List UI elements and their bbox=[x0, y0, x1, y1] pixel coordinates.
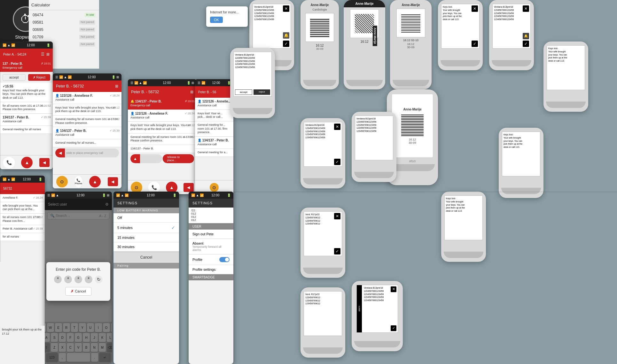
keys-badge-close[interactable]: ✕ bbox=[472, 5, 478, 12]
msg-3-2[interactable]: Keys lost! Your wife brought your keys. … bbox=[128, 122, 197, 133]
msg-2-2[interactable]: Keys lost! Your wife brought your keys. … bbox=[53, 104, 121, 116]
keys-badge-check[interactable]: ✓ bbox=[472, 41, 478, 47]
msg-4-4[interactable]: 👤 134/137 - Peter B. Assistance call bbox=[195, 137, 233, 149]
badge-close-1[interactable]: ✕ bbox=[283, 5, 289, 12]
settings-close[interactable]: ✕ bbox=[221, 207, 225, 212]
msg-4-1[interactable]: 👤 122/126 - Annelie... Assistance call bbox=[195, 98, 233, 110]
badge-accept-btn[interactable]: accept bbox=[235, 89, 252, 95]
lbw-5min[interactable]: 5 minutes ✓ bbox=[113, 223, 179, 233]
alarm-check[interactable]: ✓ bbox=[391, 325, 396, 331]
orange-button-4[interactable]: ⊙ bbox=[210, 183, 219, 192]
msg-item-1b[interactable]: for all nurses room 101 at 17:30. Please… bbox=[0, 102, 53, 114]
msg-4-5[interactable]: General meeting for a... bbox=[195, 149, 233, 157]
phone-button-1[interactable]: 📞 bbox=[3, 157, 15, 168]
pin-cancel-button[interactable]: ✗ Cancel bbox=[65, 287, 91, 296]
msg-b1-4[interactable]: Peter B. Assistance call ✓15:39 bbox=[0, 225, 45, 233]
dialog-title: Internet for more... bbox=[210, 10, 244, 14]
msg-2-4[interactable]: 👤 134/137 - Peter B. Assistance call ✓15… bbox=[53, 127, 121, 139]
pin-modal-overlay: Enter pin code for Peter B. * * * * ↻ ✗ … bbox=[45, 199, 112, 364]
lbw-off[interactable]: Off bbox=[113, 213, 179, 223]
verd-r17-badge-2: Verd. R17p/22123456789012123456789012123… bbox=[301, 287, 345, 358]
accept-button-1[interactable]: accept bbox=[3, 74, 26, 81]
calc-number-2[interactable]: 09581 Not paired bbox=[29, 19, 99, 26]
pin-dot-3: * bbox=[74, 276, 82, 283]
slide-btn-2[interactable]: ◀ bbox=[55, 148, 65, 157]
msg-item-1c[interactable]: 134/137 - Peter B. Assistance call ✓15:3… bbox=[0, 114, 53, 126]
msg-b1-5[interactable]: for all nurses bbox=[0, 233, 45, 241]
internet-dialog: Internet for more... OK bbox=[206, 6, 248, 27]
msg-2-1[interactable]: 👤 122/126 - Anneliese F. Assistance call… bbox=[53, 92, 121, 104]
settings-signout[interactable]: Sign out Pete bbox=[189, 230, 233, 239]
settings-user-section: USER bbox=[189, 224, 233, 230]
status-bar-b1: 📶 ▲ 📶 12:00 🔋 bbox=[0, 176, 45, 183]
emergency-msg-3[interactable]: 🔔 134/137 - Peter B. Emergency call ✗19:… bbox=[128, 98, 197, 110]
back-button-2[interactable]: ◀ bbox=[108, 177, 118, 186]
verdana-badge-3: Verdana B13pnt/1812345678901234561234567… bbox=[352, 112, 396, 182]
slide-bar-3a[interactable]: ▲ bbox=[130, 154, 162, 163]
emergency-msg-1[interactable]: 137 - Peter B. Emergency call ✗19:01 bbox=[0, 60, 53, 72]
bottom-bar-1: 📞 ▲ ◀ bbox=[0, 155, 53, 169]
settings-absent[interactable]: Absent Temporarily forward all alarms bbox=[189, 239, 233, 254]
status-bar-b2: ☰ 📶 ▲ 12:00 🔋 ⊞ bbox=[45, 192, 112, 199]
badge-time-4: 16:1230-09 bbox=[407, 42, 414, 49]
settings-menu[interactable]: ☰ bbox=[227, 207, 231, 212]
vb2-close[interactable]: ✕ bbox=[334, 124, 340, 130]
lbw-cancel-button[interactable]: Cancel bbox=[113, 252, 179, 263]
badge-bottom-14 bbox=[444, 252, 483, 258]
vb2-check[interactable]: ✓ bbox=[334, 159, 340, 165]
msg-4-2[interactable]: Keys lost! Your wi... pick... desk or ca… bbox=[195, 110, 233, 121]
settings-header-2: SETTINGS bbox=[189, 199, 233, 208]
back-button-3[interactable]: ◀ bbox=[184, 183, 194, 192]
msg-3-3[interactable]: General meeting for all nurses room 101 … bbox=[128, 133, 197, 145]
back-button-1[interactable]: ◀ bbox=[39, 158, 50, 167]
msg-b1-1[interactable]: Anneliese F. ✓18:24 bbox=[0, 194, 45, 202]
msg-3-4[interactable]: 134/137 - Peter B. bbox=[128, 145, 197, 153]
msg-4-3[interactable]: General meeting for... room 101 at 17:30… bbox=[195, 121, 233, 137]
badge-accept-reject: accept reject bbox=[235, 89, 270, 95]
badge-bell-1[interactable]: 🔔 bbox=[283, 32, 289, 39]
verd-r17-check[interactable]: ✓ bbox=[334, 248, 340, 254]
badge-check-1[interactable]: ✓ bbox=[283, 41, 289, 47]
atus-time: 16:1230-09 bbox=[409, 138, 416, 144]
alarm-close[interactable]: ✕ bbox=[391, 286, 396, 292]
msg-2-5[interactable]: General meeting for all nurses... bbox=[53, 139, 121, 147]
profile-toggle[interactable] bbox=[219, 257, 230, 262]
msg-2-3[interactable]: General meeting for all nurses room 101 … bbox=[53, 116, 121, 127]
calculator-header: Calculator bbox=[29, 0, 99, 10]
divider-v1 bbox=[0, 70, 1, 262]
msg-b1-2[interactable]: wife brought your keys. You can pick the… bbox=[0, 202, 45, 214]
pairing-section: Pairing bbox=[113, 263, 179, 269]
msg-item-1d[interactable]: General meeting for all nurses bbox=[0, 126, 53, 134]
verdana-badge-close[interactable]: ✕ bbox=[523, 5, 529, 12]
orange-button-2[interactable]: ⊙ bbox=[56, 176, 68, 187]
badge-bottom-8 bbox=[546, 102, 586, 108]
msg-3-1[interactable]: 👤 122/126 - Anneliese F. Assistance call… bbox=[128, 110, 197, 122]
reject-button-1[interactable]: ✗ Reject bbox=[28, 74, 51, 81]
calc-number-1[interactable]: 08474 In use bbox=[29, 11, 99, 19]
ok-button[interactable]: OK bbox=[210, 17, 223, 23]
verd-r17-screen-2: Verd. R17p/22123456789012123456789012123… bbox=[304, 291, 342, 336]
emergency-button-2[interactable]: ▲ bbox=[89, 176, 101, 187]
verdana-badge-screen-1: ✕ ✓ 🔔 Verdana B13pnt/1812345678901234561… bbox=[492, 4, 531, 49]
calc-number-4[interactable]: 01709 Not paired bbox=[29, 34, 99, 41]
badge-bottom-10 bbox=[303, 268, 343, 274]
settings-profile[interactable]: Profile bbox=[189, 254, 233, 265]
emergency-button-1[interactable]: ▲ bbox=[21, 157, 33, 168]
slide-bar-3b[interactable]: release to place... bbox=[163, 154, 194, 163]
msg-b1-3[interactable]: for all nurses room 101 17:30. Please co… bbox=[0, 214, 45, 225]
slide-bar-2[interactable]: ◀ slide to place emergency call bbox=[55, 148, 119, 157]
verdana-badge-check[interactable]: ✓ bbox=[523, 41, 529, 47]
badge-date-1: 30-09 bbox=[316, 47, 323, 50]
verdana-badge-bell[interactable]: 🔔 bbox=[523, 33, 529, 39]
badge-reject-btn[interactable]: reject bbox=[254, 89, 270, 95]
msg-item-1a[interactable]: ✓15:55 Keys lost! Your wife brought your… bbox=[0, 83, 53, 102]
calc-number-3[interactable]: 00695 Not paired bbox=[29, 26, 99, 34]
keys-badge-bottom: Keys lost-Your wife broughtyour keys. Yo… bbox=[441, 192, 486, 262]
lbw-30min[interactable]: 30 minutes bbox=[113, 242, 179, 252]
phone-button-2[interactable]: 📞 Phone bbox=[75, 176, 82, 187]
app-content-1: Peter A. - 54124 ☰ ⊞ 137 - Peter B. Emer… bbox=[0, 49, 53, 169]
verd-r17-close[interactable]: ✕ bbox=[334, 213, 340, 219]
settings-profile-settings[interactable]: Profile settings bbox=[189, 265, 233, 274]
lbw-15min[interactable]: 15 minutes bbox=[113, 233, 179, 242]
app-header-2: Peter B. - 56732 ⊞ bbox=[53, 80, 121, 92]
